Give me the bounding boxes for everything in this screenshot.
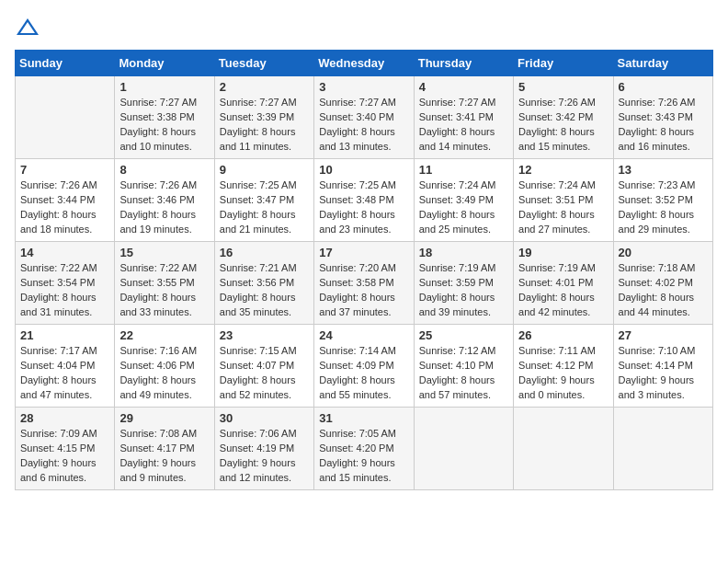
calendar-week-row: 21Sunrise: 7:17 AM Sunset: 4:04 PM Dayli… [16, 325, 713, 408]
calendar-cell: 27Sunrise: 7:10 AM Sunset: 4:14 PM Dayli… [613, 325, 712, 408]
calendar-cell: 29Sunrise: 7:08 AM Sunset: 4:17 PM Dayli… [115, 408, 214, 490]
weekday-header-thursday: Thursday [414, 51, 513, 76]
day-info: Sunrise: 7:24 AM Sunset: 3:49 PM Dayligh… [419, 178, 508, 237]
calendar-cell: 12Sunrise: 7:24 AM Sunset: 3:51 PM Dayli… [514, 159, 613, 242]
day-info: Sunrise: 7:08 AM Sunset: 4:17 PM Dayligh… [119, 427, 209, 486]
day-info: Sunrise: 7:21 AM Sunset: 3:56 PM Dayligh… [220, 261, 309, 320]
day-info: Sunrise: 7:23 AM Sunset: 3:52 PM Dayligh… [619, 178, 708, 237]
calendar-cell: 10Sunrise: 7:25 AM Sunset: 3:48 PM Dayli… [314, 159, 414, 242]
page-header [15, 15, 713, 40]
weekday-header-row: SundayMondayTuesdayWednesdayThursdayFrid… [16, 51, 713, 76]
calendar-week-row: 7Sunrise: 7:26 AM Sunset: 3:44 PM Daylig… [16, 159, 713, 242]
day-number: 23 [220, 328, 309, 342]
day-info: Sunrise: 7:27 AM Sunset: 3:39 PM Dayligh… [220, 96, 309, 155]
calendar-cell: 8Sunrise: 7:26 AM Sunset: 3:46 PM Daylig… [115, 159, 214, 242]
calendar-cell: 11Sunrise: 7:24 AM Sunset: 3:49 PM Dayli… [414, 159, 513, 242]
day-number: 20 [619, 246, 708, 259]
weekday-header-sunday: Sunday [16, 51, 115, 76]
calendar-cell: 26Sunrise: 7:11 AM Sunset: 4:12 PM Dayli… [514, 325, 613, 408]
day-number: 27 [619, 328, 708, 342]
calendar-cell: 6Sunrise: 7:26 AM Sunset: 3:43 PM Daylig… [613, 76, 712, 159]
logo [15, 15, 44, 40]
day-number: 18 [419, 246, 508, 259]
day-number: 13 [619, 163, 708, 177]
day-info: Sunrise: 7:25 AM Sunset: 3:47 PM Dayligh… [220, 178, 309, 237]
day-info: Sunrise: 7:26 AM Sunset: 3:43 PM Dayligh… [619, 96, 708, 155]
day-number: 10 [319, 163, 408, 177]
day-info: Sunrise: 7:17 AM Sunset: 4:04 PM Dayligh… [20, 344, 109, 403]
calendar-cell [514, 408, 613, 490]
calendar-cell: 28Sunrise: 7:09 AM Sunset: 4:15 PM Dayli… [16, 408, 115, 490]
day-info: Sunrise: 7:27 AM Sunset: 3:40 PM Dayligh… [319, 96, 408, 155]
day-number: 8 [119, 163, 209, 177]
calendar-cell: 20Sunrise: 7:18 AM Sunset: 4:02 PM Dayli… [613, 242, 712, 325]
day-info: Sunrise: 7:26 AM Sunset: 3:46 PM Dayligh… [119, 178, 209, 237]
day-number: 6 [619, 80, 708, 94]
day-info: Sunrise: 7:18 AM Sunset: 4:02 PM Dayligh… [619, 261, 708, 320]
day-number: 2 [220, 80, 309, 94]
weekday-header-friday: Friday [514, 51, 613, 76]
day-number: 7 [20, 163, 109, 177]
calendar-cell: 4Sunrise: 7:27 AM Sunset: 3:41 PM Daylig… [414, 76, 513, 159]
calendar-table: SundayMondayTuesdayWednesdayThursdayFrid… [15, 50, 713, 490]
day-info: Sunrise: 7:16 AM Sunset: 4:06 PM Dayligh… [119, 344, 209, 403]
day-number: 4 [419, 80, 508, 94]
calendar-cell: 21Sunrise: 7:17 AM Sunset: 4:04 PM Dayli… [16, 325, 115, 408]
day-number: 16 [220, 246, 309, 259]
day-number: 11 [419, 163, 508, 177]
day-info: Sunrise: 7:25 AM Sunset: 3:48 PM Dayligh… [319, 178, 408, 237]
day-info: Sunrise: 7:09 AM Sunset: 4:15 PM Dayligh… [20, 427, 109, 486]
day-number: 31 [319, 411, 408, 425]
calendar-cell [16, 76, 115, 159]
day-number: 17 [319, 246, 408, 259]
day-number: 28 [20, 411, 109, 425]
day-number: 26 [518, 328, 608, 342]
day-info: Sunrise: 7:27 AM Sunset: 3:38 PM Dayligh… [119, 96, 209, 155]
calendar-cell: 17Sunrise: 7:20 AM Sunset: 3:58 PM Dayli… [314, 242, 414, 325]
calendar-cell: 5Sunrise: 7:26 AM Sunset: 3:42 PM Daylig… [514, 76, 613, 159]
calendar-cell: 23Sunrise: 7:15 AM Sunset: 4:07 PM Dayli… [214, 325, 313, 408]
day-number: 9 [220, 163, 309, 177]
day-info: Sunrise: 7:19 AM Sunset: 4:01 PM Dayligh… [518, 261, 608, 320]
day-number: 24 [319, 328, 408, 342]
day-number: 1 [119, 80, 209, 94]
day-number: 29 [119, 411, 209, 425]
day-number: 21 [20, 328, 109, 342]
calendar-cell: 2Sunrise: 7:27 AM Sunset: 3:39 PM Daylig… [214, 76, 313, 159]
calendar-cell: 18Sunrise: 7:19 AM Sunset: 3:59 PM Dayli… [414, 242, 513, 325]
day-info: Sunrise: 7:20 AM Sunset: 3:58 PM Dayligh… [319, 261, 408, 320]
day-info: Sunrise: 7:05 AM Sunset: 4:20 PM Dayligh… [319, 427, 408, 486]
weekday-header-saturday: Saturday [613, 51, 712, 76]
calendar-cell [414, 408, 513, 490]
calendar-cell: 13Sunrise: 7:23 AM Sunset: 3:52 PM Dayli… [613, 159, 712, 242]
weekday-header-monday: Monday [115, 51, 214, 76]
day-info: Sunrise: 7:14 AM Sunset: 4:09 PM Dayligh… [319, 344, 408, 403]
calendar-cell: 19Sunrise: 7:19 AM Sunset: 4:01 PM Dayli… [514, 242, 613, 325]
calendar-week-row: 28Sunrise: 7:09 AM Sunset: 4:15 PM Dayli… [16, 408, 713, 490]
day-info: Sunrise: 7:26 AM Sunset: 3:42 PM Dayligh… [518, 96, 608, 155]
calendar-week-row: 14Sunrise: 7:22 AM Sunset: 3:54 PM Dayli… [16, 242, 713, 325]
day-info: Sunrise: 7:24 AM Sunset: 3:51 PM Dayligh… [518, 178, 608, 237]
calendar-cell: 1Sunrise: 7:27 AM Sunset: 3:38 PM Daylig… [115, 76, 214, 159]
day-info: Sunrise: 7:15 AM Sunset: 4:07 PM Dayligh… [220, 344, 309, 403]
logo-icon [15, 15, 40, 40]
day-number: 19 [518, 246, 608, 259]
calendar-cell: 15Sunrise: 7:22 AM Sunset: 3:55 PM Dayli… [115, 242, 214, 325]
day-info: Sunrise: 7:06 AM Sunset: 4:19 PM Dayligh… [220, 427, 309, 486]
day-number: 3 [319, 80, 408, 94]
day-info: Sunrise: 7:11 AM Sunset: 4:12 PM Dayligh… [518, 344, 608, 403]
calendar-cell: 3Sunrise: 7:27 AM Sunset: 3:40 PM Daylig… [314, 76, 414, 159]
calendar-cell: 16Sunrise: 7:21 AM Sunset: 3:56 PM Dayli… [214, 242, 313, 325]
calendar-cell: 22Sunrise: 7:16 AM Sunset: 4:06 PM Dayli… [115, 325, 214, 408]
calendar-cell: 14Sunrise: 7:22 AM Sunset: 3:54 PM Dayli… [16, 242, 115, 325]
day-number: 15 [119, 246, 209, 259]
calendar-cell: 7Sunrise: 7:26 AM Sunset: 3:44 PM Daylig… [16, 159, 115, 242]
weekday-header-tuesday: Tuesday [214, 51, 313, 76]
day-info: Sunrise: 7:22 AM Sunset: 3:54 PM Dayligh… [20, 261, 109, 320]
calendar-cell [613, 408, 712, 490]
day-number: 25 [419, 328, 508, 342]
calendar-week-row: 1Sunrise: 7:27 AM Sunset: 3:38 PM Daylig… [16, 76, 713, 159]
day-number: 5 [518, 80, 608, 94]
day-number: 14 [20, 246, 109, 259]
day-info: Sunrise: 7:10 AM Sunset: 4:14 PM Dayligh… [619, 344, 708, 403]
